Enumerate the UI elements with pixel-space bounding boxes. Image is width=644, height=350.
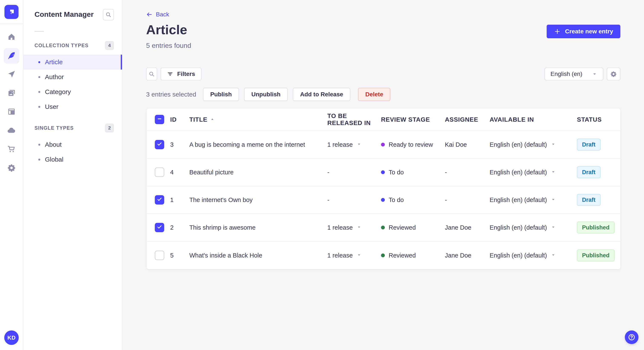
column-header-label: TITLE [189, 116, 208, 123]
locale-label: English (en) (default) [490, 141, 547, 148]
strapi-logo[interactable] [4, 5, 18, 19]
locale-select[interactable]: English (en) [544, 68, 603, 80]
section-count-badge: 2 [105, 124, 114, 133]
section-count-badge: 4 [105, 41, 114, 50]
rail-item-media[interactable] [4, 86, 19, 101]
view-settings-button[interactable] [607, 68, 620, 80]
release-dropdown-trigger: - [327, 169, 330, 176]
avatar[interactable]: KD [4, 331, 19, 345]
stage-label: Reviewed [389, 224, 416, 231]
cell-status: Draft [577, 166, 620, 178]
column-header-review-stage[interactable]: REVIEW STAGE [381, 116, 445, 123]
column-header-title[interactable]: TITLE [189, 116, 327, 123]
locale-label: English (en) (default) [490, 169, 547, 176]
delete-button[interactable]: Delete [358, 88, 390, 101]
check-icon [156, 224, 163, 232]
column-header-to-be-released-in[interactable]: TO BE RELEASED IN [327, 113, 381, 127]
rail-item-cart[interactable] [4, 142, 19, 157]
cell-release: - [327, 196, 381, 203]
row-checkbox[interactable] [155, 195, 164, 204]
entries-table: IDTITLETO BE RELEASED INREVIEW STAGEASSI… [147, 108, 620, 269]
cell-assignee: Jane Doe [445, 224, 490, 231]
unpublish-button[interactable]: Unpublish [244, 88, 288, 101]
stage-dot-icon [381, 226, 385, 229]
sidebar-item-global[interactable]: Global [24, 152, 122, 167]
help-button[interactable] [625, 331, 638, 344]
minus-icon [156, 116, 163, 124]
logo-container [0, 0, 23, 24]
locale-label: English (en) (default) [490, 224, 547, 231]
sidebar-item-label: Global [45, 156, 64, 163]
cell-id: 3 [170, 141, 189, 148]
cell-status: Draft [577, 194, 620, 206]
stage-label: To do [389, 196, 404, 203]
check-icon [156, 196, 163, 204]
sidebar-item-category[interactable]: Category [24, 84, 122, 99]
content-manager-subnav: Content Manager COLLECTION TYPES4Article… [24, 0, 122, 350]
rail-item-layout[interactable] [4, 104, 19, 120]
cell-release: - [327, 169, 381, 176]
table-row: 2This shrimp is awesome1 releaseReviewed… [147, 214, 620, 242]
status-badge: Published [577, 249, 614, 261]
sidebar-item-article[interactable]: Article [24, 55, 122, 70]
locale-dropdown-trigger[interactable]: English (en) (default) [490, 224, 556, 231]
release-dropdown-trigger[interactable]: 1 release [327, 252, 362, 259]
status-badge: Published [577, 222, 614, 233]
column-header-status[interactable]: STATUS [577, 116, 620, 123]
table-row: 5What's inside a Black Hole1 releaseRevi… [147, 242, 620, 269]
locale-label: English (en) (default) [490, 196, 547, 203]
section-head: SINGLE TYPES2 [24, 124, 122, 133]
cell-status: Published [577, 222, 620, 233]
chevron-down-icon [551, 141, 556, 148]
select-all-checkbox[interactable] [155, 115, 164, 124]
table-search-button[interactable] [146, 68, 157, 80]
filters-button[interactable]: Filters [160, 68, 202, 80]
status-badge: Draft [577, 139, 600, 151]
search-icon [105, 11, 112, 18]
publish-button[interactable]: Publish [203, 88, 239, 101]
create-new-entry-button[interactable]: Create new entry [547, 25, 620, 38]
row-checkbox[interactable] [155, 168, 164, 177]
locale-dropdown-trigger[interactable]: English (en) (default) [490, 141, 556, 148]
add-to-release-button[interactable]: Add to Release [293, 88, 350, 101]
plus-icon [554, 28, 561, 35]
rail-item-gear[interactable] [4, 161, 19, 176]
sidebar-item-user[interactable]: User [24, 99, 122, 114]
locale-dropdown-trigger[interactable]: English (en) (default) [490, 196, 556, 203]
sidebar-item-about[interactable]: About [24, 137, 122, 152]
column-header-id[interactable]: ID [170, 116, 189, 123]
column-header-label: STATUS [577, 116, 602, 123]
rail-item-feather[interactable] [4, 48, 19, 64]
locale-dropdown-trigger[interactable]: English (en) (default) [490, 252, 556, 259]
gear-icon [610, 71, 617, 77]
rail-nav [0, 24, 23, 176]
cell-id: 5 [170, 252, 189, 259]
create-new-entry-label: Create new entry [565, 28, 613, 35]
sidebar-item-label: User [45, 103, 58, 110]
subnav-section: SINGLE TYPES2AboutGlobal [24, 124, 122, 167]
stage-label: To do [389, 169, 404, 176]
row-checkbox[interactable] [155, 140, 164, 149]
subnav-search-button[interactable] [103, 9, 114, 20]
row-checkbox[interactable] [155, 223, 164, 232]
release-dropdown-trigger[interactable]: 1 release [327, 224, 362, 231]
subnav-divider [34, 31, 44, 32]
locale-dropdown-trigger[interactable]: English (en) (default) [490, 169, 556, 176]
release-dropdown-trigger: - [327, 196, 330, 203]
rail-item-cloud[interactable] [4, 123, 19, 138]
sidebar-item-author[interactable]: Author [24, 70, 122, 84]
row-checkbox[interactable] [155, 251, 164, 260]
stage-label: Reviewed [389, 252, 416, 259]
rail-item-home[interactable] [4, 29, 19, 45]
column-header-available-in[interactable]: AVAILABLE IN [490, 116, 577, 123]
release-dropdown-trigger[interactable]: 1 release [327, 141, 362, 148]
cell-review-stage: Ready to review [381, 141, 445, 148]
rail-item-paper-plane[interactable] [4, 67, 19, 82]
column-header-label: REVIEW STAGE [381, 116, 430, 123]
back-link[interactable]: Back [146, 11, 169, 18]
column-header-assignee[interactable]: ASSIGNEE [445, 116, 490, 123]
table-header-row: IDTITLETO BE RELEASED INREVIEW STAGEASSI… [147, 108, 620, 131]
sidebar-item-label: Article [45, 58, 62, 66]
bullet-icon [38, 91, 40, 93]
chevron-down-icon [592, 71, 597, 77]
